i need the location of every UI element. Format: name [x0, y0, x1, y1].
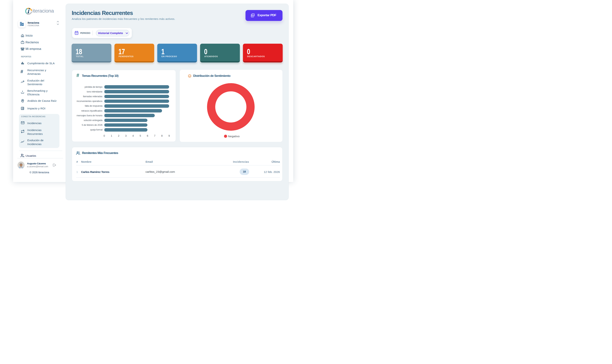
- svg-text:PDF: PDF: [252, 14, 254, 16]
- svg-text:24: 24: [22, 49, 23, 50]
